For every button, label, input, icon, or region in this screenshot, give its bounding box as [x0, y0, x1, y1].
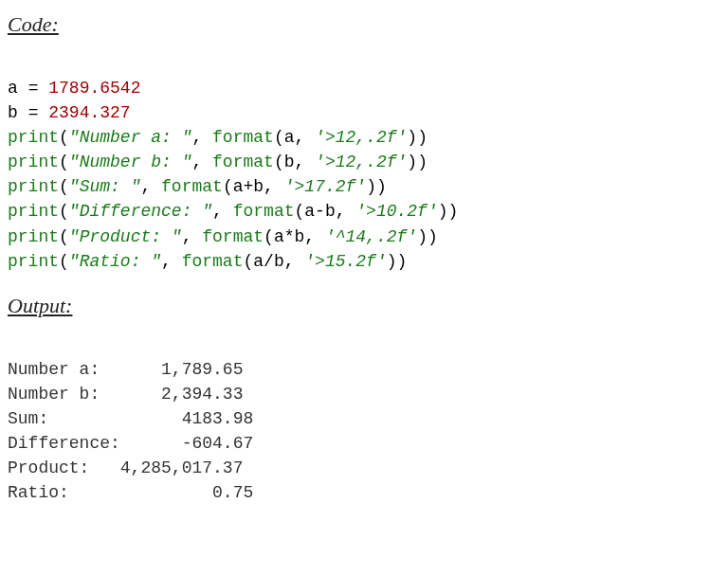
code-token: ,: [295, 128, 316, 147]
code-token: 1789.6542: [48, 79, 140, 98]
code-token: ): [428, 227, 438, 246]
code-token: a-b: [304, 202, 335, 221]
code-token: "Sum: ": [69, 177, 141, 196]
code-token: ,: [140, 177, 161, 196]
code-token: "Ratio: ": [69, 252, 161, 271]
code-token: (: [59, 202, 69, 221]
code-token: format: [161, 177, 223, 196]
code-token: print: [8, 202, 59, 221]
code-token: (: [59, 252, 69, 271]
code-token: '^14,.2f': [325, 227, 417, 246]
code-token: (: [274, 128, 284, 147]
code-token: ): [376, 177, 387, 196]
code-token: "Number b: ": [69, 153, 192, 171]
code-heading: Code:: [8, 9, 720, 40]
code-token: (: [59, 128, 69, 147]
code-token: (: [264, 227, 274, 246]
code-block: a = 1789.6542 b = 2394.327 print("Number…: [8, 51, 720, 274]
output-line: Product: 4,285,017.37: [8, 458, 253, 477]
code-token: ): [417, 128, 428, 147]
code-token: '>12,.2f': [315, 128, 407, 147]
code-token: (: [59, 227, 69, 246]
code-token: format: [233, 202, 295, 221]
code-token: (: [223, 177, 233, 196]
code-token: (: [59, 153, 69, 171]
code-token: ,: [264, 177, 284, 196]
code-token: print: [8, 227, 59, 246]
code-token: a: [8, 79, 18, 98]
code-token: "Difference: ": [69, 202, 212, 221]
code-token: ): [366, 177, 376, 196]
code-token: ,: [182, 227, 203, 246]
output-line: Ratio: 0.75: [8, 483, 253, 502]
code-token: b: [284, 153, 295, 171]
code-token: print: [8, 252, 59, 271]
code-token: 2394.327: [48, 103, 130, 122]
code-token: print: [8, 128, 59, 147]
code-token: print: [8, 153, 59, 171]
code-token: (: [294, 202, 304, 221]
output-line: Sum: 4183.98: [8, 409, 253, 428]
code-token: (: [274, 153, 284, 171]
code-token: =: [28, 103, 39, 122]
code-token: ): [438, 202, 448, 221]
code-token: a*b: [274, 227, 304, 246]
code-token: format: [182, 252, 244, 271]
code-token: a+b: [233, 177, 264, 196]
code-token: ): [448, 202, 459, 221]
code-token: ): [407, 153, 417, 171]
code-token: "Number a: ": [69, 128, 192, 147]
output-line: Difference: -604.67: [8, 434, 253, 453]
code-token: ): [417, 227, 428, 246]
code-token: ): [387, 252, 397, 271]
code-token: ,: [191, 153, 212, 171]
code-token: ,: [191, 128, 212, 147]
output-line: Number b: 2,394.33: [8, 385, 243, 404]
code-token: a/b: [253, 252, 283, 271]
code-token: (: [59, 177, 69, 196]
code-token: format: [212, 128, 274, 147]
output-heading: Output:: [8, 291, 720, 321]
code-token: '>15.2f': [304, 252, 386, 271]
code-token: '>17.2f': [284, 177, 366, 196]
code-token: ): [407, 128, 417, 147]
code-token: ,: [295, 153, 316, 171]
code-token: b: [8, 103, 18, 122]
code-token: ,: [304, 227, 325, 246]
code-token: "Product: ": [69, 227, 182, 246]
code-token: ,: [336, 202, 356, 221]
code-token: format: [212, 153, 274, 171]
code-token: print: [8, 177, 59, 196]
code-token: (: [243, 252, 253, 271]
code-token: =: [28, 79, 39, 98]
code-token: ,: [212, 202, 233, 221]
code-token: '>12,.2f': [315, 153, 407, 171]
code-token: format: [202, 227, 264, 246]
code-token: ,: [161, 252, 182, 271]
code-token: ,: [284, 252, 305, 271]
output-line: Number a: 1,789.65: [8, 360, 243, 379]
code-token: '>10.2f': [355, 202, 437, 221]
code-token: ): [417, 153, 428, 171]
output-block: Number a: 1,789.65 Number b: 2,394.33 Su…: [8, 332, 720, 506]
code-token: a: [284, 128, 295, 147]
code-token: ): [397, 252, 408, 271]
